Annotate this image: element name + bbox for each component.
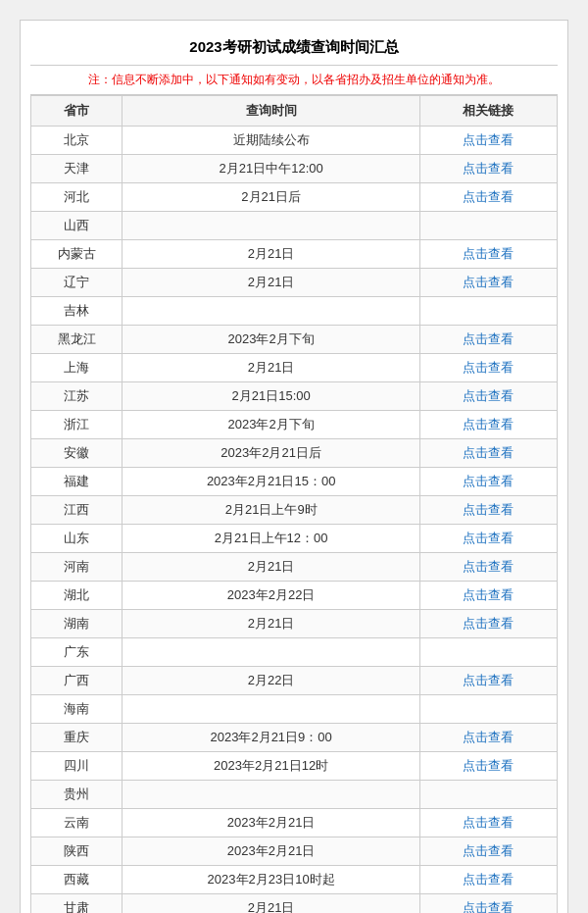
link-cell [419,638,557,667]
main-container: 2023考研初试成绩查询时间汇总 注：信息不断添加中，以下通知如有变动，以各省招… [20,20,568,913]
province-cell: 四川 [31,752,122,781]
time-cell: 2月21日上午9时 [122,496,420,525]
link-cell [419,695,557,724]
time-cell: 2月21日 [122,894,420,914]
province-cell: 重庆 [31,724,122,752]
table-row: 浙江2023年2月下旬点击查看 [31,411,558,439]
link-cell[interactable]: 点击查看 [419,667,557,695]
time-cell: 2月21日 [122,269,420,297]
table-row: 辽宁2月21日点击查看 [31,269,558,297]
link-cell[interactable]: 点击查看 [419,127,557,155]
time-cell: 2023年2月下旬 [122,326,420,354]
province-cell: 湖南 [31,610,122,638]
province-cell: 安徽 [31,439,122,468]
link-cell[interactable]: 点击查看 [419,439,557,468]
link-cell[interactable]: 点击查看 [419,752,557,781]
table-header-row: 省市 查询时间 相关链接 [31,96,558,127]
province-cell: 湖北 [31,582,122,610]
province-cell: 山东 [31,525,122,553]
header-link: 相关链接 [419,96,557,127]
time-cell: 2月21日15:00 [122,382,420,411]
time-cell: 2月21日 [122,553,420,582]
link-cell[interactable]: 点击查看 [419,155,557,183]
table-row: 福建2023年2月21日15：00点击查看 [31,468,558,496]
link-cell[interactable]: 点击查看 [419,411,557,439]
province-cell: 上海 [31,354,122,382]
link-cell[interactable]: 点击查看 [419,326,557,354]
link-cell[interactable]: 点击查看 [419,724,557,752]
table-row: 贵州 [31,781,558,809]
link-cell[interactable]: 点击查看 [419,468,557,496]
province-cell: 内蒙古 [31,240,122,269]
table-row: 湖北2023年2月22日点击查看 [31,582,558,610]
table-row: 黑龙江2023年2月下旬点击查看 [31,326,558,354]
table-row: 河南2月21日点击查看 [31,553,558,582]
link-cell[interactable]: 点击查看 [419,240,557,269]
time-cell: 2月21日上午12：00 [122,525,420,553]
province-cell: 陕西 [31,837,122,866]
province-cell: 西藏 [31,866,122,894]
time-cell: 2023年2月21日 [122,809,420,837]
time-cell [122,638,420,667]
link-cell [419,297,557,326]
link-cell[interactable]: 点击查看 [419,553,557,582]
province-cell: 北京 [31,127,122,155]
table-row: 河北2月21日后点击查看 [31,183,558,212]
time-cell: 2023年2月21日15：00 [122,468,420,496]
table-row: 江西2月21日上午9时点击查看 [31,496,558,525]
data-table: 省市 查询时间 相关链接 北京近期陆续公布点击查看天津2月21日中午12:00点… [30,95,558,913]
link-cell [419,212,557,240]
link-cell[interactable]: 点击查看 [419,183,557,212]
table-row: 北京近期陆续公布点击查看 [31,127,558,155]
time-cell: 近期陆续公布 [122,127,420,155]
header-time: 查询时间 [122,96,420,127]
link-cell[interactable]: 点击查看 [419,525,557,553]
province-cell: 辽宁 [31,269,122,297]
link-cell[interactable]: 点击查看 [419,894,557,914]
time-cell [122,781,420,809]
province-cell: 天津 [31,155,122,183]
time-cell: 2023年2月21日 [122,837,420,866]
table-row: 江苏2月21日15:00点击查看 [31,382,558,411]
time-cell: 2023年2月23日10时起 [122,866,420,894]
notice-text: 注：信息不断添加中，以下通知如有变动，以各省招办及招生单位的通知为准。 [30,66,558,95]
province-cell: 福建 [31,468,122,496]
province-cell: 浙江 [31,411,122,439]
province-cell: 云南 [31,809,122,837]
link-cell[interactable]: 点击查看 [419,610,557,638]
time-cell: 2023年2月21日12时 [122,752,420,781]
table-row: 广西2月22日点击查看 [31,667,558,695]
table-row: 重庆2023年2月21日9：00点击查看 [31,724,558,752]
table-row: 上海2月21日点击查看 [31,354,558,382]
table-row: 山东2月21日上午12：00点击查看 [31,525,558,553]
time-cell: 2023年2月22日 [122,582,420,610]
time-cell [122,695,420,724]
table-row: 甘肃2月21日点击查看 [31,894,558,914]
link-cell[interactable]: 点击查看 [419,582,557,610]
header-province: 省市 [31,96,122,127]
table-row: 四川2023年2月21日12时点击查看 [31,752,558,781]
province-cell: 江苏 [31,382,122,411]
time-cell: 2月21日后 [122,183,420,212]
link-cell[interactable]: 点击查看 [419,809,557,837]
province-cell: 海南 [31,695,122,724]
table-row: 内蒙古2月21日点击查看 [31,240,558,269]
link-cell[interactable]: 点击查看 [419,354,557,382]
link-cell[interactable]: 点击查看 [419,382,557,411]
link-cell[interactable]: 点击查看 [419,866,557,894]
province-cell: 山西 [31,212,122,240]
table-row: 陕西2023年2月21日点击查看 [31,837,558,866]
table-row: 海南 [31,695,558,724]
link-cell[interactable]: 点击查看 [419,269,557,297]
link-cell[interactable]: 点击查看 [419,496,557,525]
table-row: 山西 [31,212,558,240]
time-cell [122,212,420,240]
table-row: 湖南2月21日点击查看 [31,610,558,638]
table-row: 吉林 [31,297,558,326]
table-row: 安徽2023年2月21日后点击查看 [31,439,558,468]
time-cell: 2月21日 [122,610,420,638]
link-cell[interactable]: 点击查看 [419,837,557,866]
time-cell: 2023年2月21日9：00 [122,724,420,752]
time-cell: 2023年2月下旬 [122,411,420,439]
province-cell: 贵州 [31,781,122,809]
